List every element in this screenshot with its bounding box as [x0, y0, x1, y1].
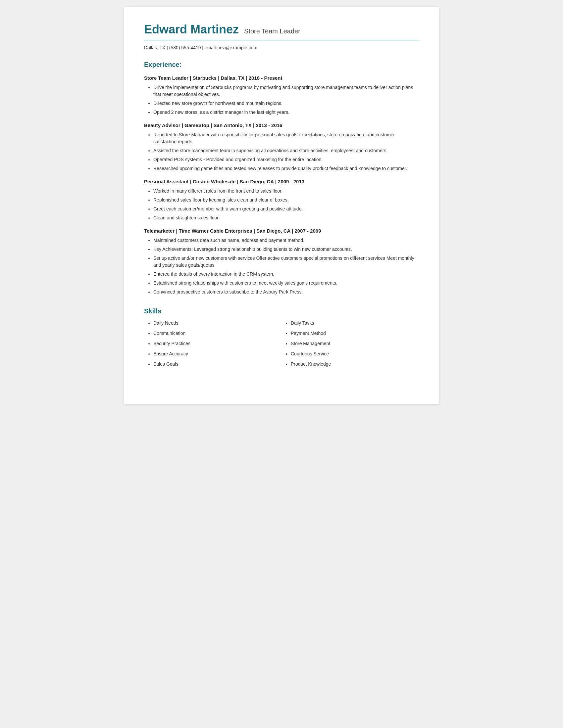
skills-columns: Daily Needs Communication Security Pract… — [144, 320, 419, 371]
skills-section-title: Skills — [144, 307, 419, 315]
list-item: Maintained customers data such as name, … — [153, 237, 419, 244]
job-bullets-1: Drive the implementation of Starbucks pr… — [144, 84, 419, 116]
job-heading-1: Store Team Leader | Starbucks | Dallas, … — [144, 75, 419, 81]
list-item: Worked in many different roles from the … — [153, 188, 419, 195]
skills-list-left: Daily Needs Communication Security Pract… — [144, 320, 282, 368]
job-entry-1: Store Team Leader | Starbucks | Dallas, … — [144, 75, 419, 116]
job-entry-3: Personal Assistant | Costco Wholesale | … — [144, 179, 419, 221]
list-item: Ensure Accuracy — [153, 350, 282, 357]
full-name: Edward Martinez — [144, 23, 239, 36]
job-bullets-4: Maintained customers data such as name, … — [144, 237, 419, 296]
list-item: Communication — [153, 330, 282, 337]
list-item: Greet each customer/member with a warm g… — [153, 205, 419, 212]
job-heading-3: Personal Assistant | Costco Wholesale | … — [144, 179, 419, 184]
job-heading-2: Beauty Advisor | GameStop | San Antonio,… — [144, 122, 419, 128]
job-heading-4: Telemarketer | Time Warner Cable Enterpr… — [144, 228, 419, 234]
header-divider — [144, 40, 419, 40]
list-item: Researched upcoming game titles and test… — [153, 165, 419, 172]
job-entry-4: Telemarketer | Time Warner Cable Enterpr… — [144, 228, 419, 296]
job-entry-2: Beauty Advisor | GameStop | San Antonio,… — [144, 122, 419, 172]
resume-page: Edward Martinez Store Team Leader Dallas… — [124, 7, 439, 404]
list-item: Assisted the store management team in su… — [153, 147, 419, 154]
list-item: Payment Method — [291, 330, 419, 337]
list-item: Set up active and/or new customers with … — [153, 255, 419, 269]
skills-list-right: Daily Tasks Payment Method Store Managem… — [282, 320, 419, 368]
list-item: Sales Goals — [153, 361, 282, 368]
list-item: Courteous Service — [291, 350, 419, 357]
experience-section-title: Experience: — [144, 61, 419, 68]
job-bullets-2: Reported to Store Manager with responsib… — [144, 131, 419, 172]
list-item: Drive the implementation of Starbucks pr… — [153, 84, 419, 98]
list-item: Product Knowledge — [291, 361, 419, 368]
contact-info: Dallas, TX | (580) 555-4419 | emartinez@… — [144, 45, 419, 50]
list-item: Daily Tasks — [291, 320, 419, 327]
list-item: Clean and straighten sales floor. — [153, 214, 419, 221]
list-item: Security Practices — [153, 340, 282, 347]
list-item: Opened 2 new stores, as a district manag… — [153, 109, 419, 116]
list-item: Convinced prospective customers to subsc… — [153, 289, 419, 296]
job-bullets-3: Worked in many different roles from the … — [144, 188, 419, 221]
skills-section: Skills Daily Needs Communication Securit… — [144, 307, 419, 371]
list-item: Replenished sales floor by keeping isles… — [153, 197, 419, 204]
name-title-row: Edward Martinez Store Team Leader — [144, 23, 419, 36]
list-item: Operated POS systems - Provided and orga… — [153, 156, 419, 163]
list-item: Directed new store growth for northwest … — [153, 100, 419, 107]
list-item: Established strong relationships with cu… — [153, 280, 419, 287]
skills-col-right: Daily Tasks Payment Method Store Managem… — [282, 320, 419, 371]
list-item: Entered the details of every interaction… — [153, 271, 419, 278]
list-item: Store Management — [291, 340, 419, 347]
job-title-header: Store Team Leader — [244, 27, 301, 35]
header-section: Edward Martinez Store Team Leader Dallas… — [144, 23, 419, 50]
experience-section: Experience: Store Team Leader | Starbuck… — [144, 61, 419, 296]
list-item: Reported to Store Manager with responsib… — [153, 131, 419, 145]
list-item: Key Achievements: Leveraged strong relat… — [153, 246, 419, 253]
skills-col-left: Daily Needs Communication Security Pract… — [144, 320, 282, 371]
list-item: Daily Needs — [153, 320, 282, 327]
